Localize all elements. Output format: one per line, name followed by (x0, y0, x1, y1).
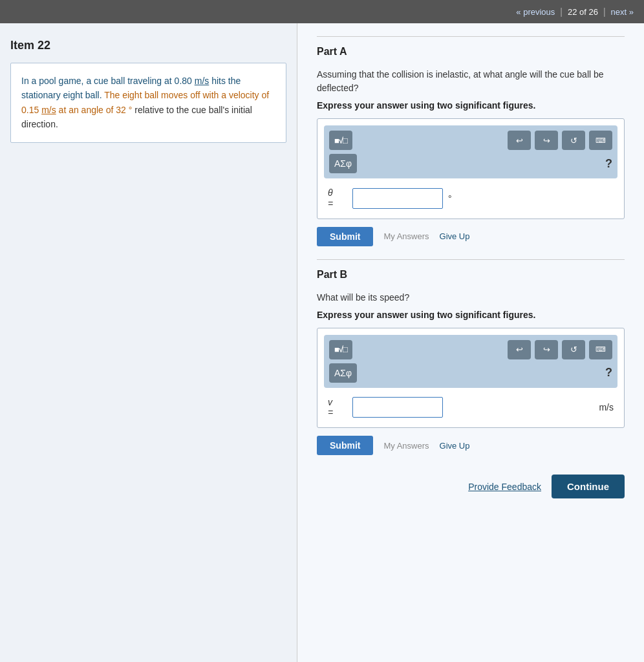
part-b-undo-button[interactable]: ↩ (508, 340, 531, 359)
part-b-give-up-link[interactable]: Give Up (440, 441, 470, 451)
part-a-give-up-link[interactable]: Give Up (440, 231, 470, 241)
part-a-toolbar-row2: ΑΣφ ? (329, 154, 612, 173)
part-b-refresh-button[interactable]: ↺ (562, 340, 585, 359)
part-b-symbol-button[interactable]: ΑΣφ (329, 363, 357, 383)
part-a-math-container: ■√□ ↩ ↪ ↺ ⌨ (317, 118, 625, 219)
part-a-keyboard-button[interactable]: ⌨ (589, 131, 612, 150)
part-a-question: Assuming that the collision is inelastic… (317, 68, 625, 95)
bottom-actions: Provide Feedback Continue (317, 468, 625, 498)
symbol-icon: ΑΣφ (334, 158, 352, 169)
progress-text: 22 of 26 (568, 7, 598, 17)
redo-icon: ↪ (543, 136, 550, 145)
part-a-answer-input[interactable] (352, 188, 443, 209)
part-b-action-row: Submit My Answers Give Up (317, 436, 625, 455)
part-a-title: Part A (317, 36, 625, 61)
part-b-help-button[interactable]: ? (605, 366, 612, 379)
next-link[interactable]: next » (611, 7, 634, 17)
part-b-my-answers-link[interactable]: My Answers (383, 441, 429, 451)
part-a-section: Part A Assuming that the collision is in… (317, 36, 625, 246)
refresh-icon: ↺ (570, 136, 577, 145)
part-a-label-theta: θ (328, 187, 333, 198)
part-b-answer-row: v = m/s (324, 394, 617, 422)
problem-box: In a pool game, a cue ball traveling at … (10, 63, 286, 143)
part-b-section: Part B What will be its speed? Express y… (317, 259, 625, 456)
part-b-label-equals: = (328, 407, 333, 418)
top-nav-bar: « previous | 22 of 26 | next » (0, 0, 644, 23)
left-panel: Item 22 In a pool game, a cue ball trave… (0, 23, 297, 662)
part-b-redo-icon: ↪ (543, 345, 550, 354)
item-title: Item 22 (10, 39, 286, 52)
part-a-submit-button[interactable]: Submit (317, 227, 373, 246)
part-a-my-answers-link[interactable]: My Answers (383, 231, 429, 241)
part-b-label-v: v (328, 397, 332, 407)
part-b-answer-label: v = (328, 397, 347, 419)
part-b-refresh-icon: ↺ (570, 345, 577, 354)
part-a-toolbar: ■√□ ↩ ↪ ↺ ⌨ (324, 125, 617, 178)
part-b-math-container: ■√□ ↩ ↪ ↺ ⌨ (317, 328, 625, 429)
part-b-question: What will be its speed? (317, 291, 625, 304)
part-a-action-row: Submit My Answers Give Up (317, 227, 625, 246)
undo-icon: ↩ (516, 136, 523, 145)
part-a-refresh-button[interactable]: ↺ (562, 131, 585, 150)
part-a-formula-button[interactable]: ■√□ (329, 131, 352, 150)
main-layout: Item 22 In a pool game, a cue ball trave… (0, 23, 644, 662)
feedback-link[interactable]: Provide Feedback (468, 482, 541, 492)
part-a-instruction: Express your answer using two significan… (317, 100, 625, 111)
part-b-title: Part B (317, 259, 625, 284)
part-b-submit-button[interactable]: Submit (317, 436, 373, 455)
part-b-toolbar-row2: ΑΣφ ? (329, 363, 612, 383)
part-b-formula-button[interactable]: ■√□ (329, 340, 352, 359)
part-b-toolbar: ■√□ ↩ ↪ ↺ ⌨ (324, 335, 617, 388)
problem-text: In a pool game, a cue ball traveling at … (21, 76, 269, 129)
part-a-answer-label: θ = (328, 187, 347, 209)
part-a-toolbar-row1: ■√□ ↩ ↪ ↺ ⌨ (329, 131, 612, 150)
separator-2: | (603, 6, 606, 17)
part-b-instruction: Express your answer using two significan… (317, 310, 625, 320)
part-b-keyboard-icon: ⌨ (596, 345, 606, 354)
part-b-toolbar-row1: ■√□ ↩ ↪ ↺ ⌨ (329, 340, 612, 359)
part-a-unit: ° (448, 193, 452, 204)
separator-1: | (560, 6, 563, 17)
right-panel: Part A Assuming that the collision is in… (297, 23, 644, 662)
previous-link[interactable]: « previous (516, 7, 555, 17)
part-b-redo-button[interactable]: ↪ (535, 340, 558, 359)
part-b-undo-icon: ↩ (516, 345, 523, 354)
part-b-answer-input[interactable] (352, 397, 443, 418)
part-b-keyboard-button[interactable]: ⌨ (589, 340, 612, 359)
part-a-answer-row: θ = ° (324, 185, 617, 212)
keyboard-icon: ⌨ (596, 136, 606, 145)
formula-icon: ■√□ (334, 136, 347, 145)
part-a-help-button[interactable]: ? (605, 157, 612, 171)
part-a-symbol-button[interactable]: ΑΣφ (329, 154, 357, 173)
part-b-symbol-icon: ΑΣφ (334, 368, 352, 378)
part-a-label-equals: = (328, 198, 333, 209)
continue-button[interactable]: Continue (552, 475, 625, 498)
part-a-undo-button[interactable]: ↩ (508, 131, 531, 150)
part-b-formula-icon: ■√□ (334, 345, 347, 354)
part-a-redo-button[interactable]: ↪ (535, 131, 558, 150)
part-b-unit: m/s (599, 402, 614, 412)
